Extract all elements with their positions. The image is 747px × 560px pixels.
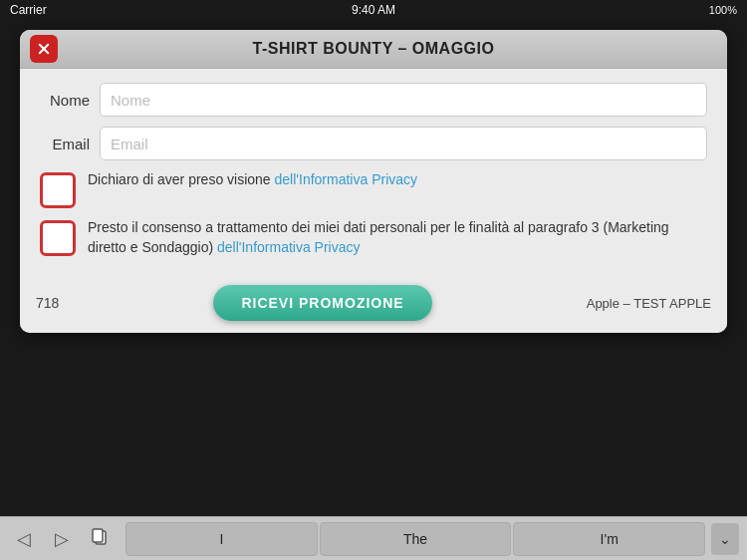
copy-button[interactable] xyxy=(84,523,116,555)
modal-footer: 718 RICEVI PROMOZIONE Apple – TEST APPLE xyxy=(20,279,727,333)
suggestion-1[interactable]: The xyxy=(320,522,512,556)
close-button[interactable] xyxy=(30,35,58,63)
checkbox-1[interactable] xyxy=(40,172,76,208)
checkbox-row-1: Dichiaro di aver preso visione dell'Info… xyxy=(40,170,707,208)
checkbox-2-text: Presto il consenso a trattamento dei mie… xyxy=(88,218,707,257)
svg-rect-1 xyxy=(93,529,103,542)
bottom-toolbar: ◁ ▷ I The I'm ⌄ xyxy=(0,516,747,560)
email-input[interactable] xyxy=(100,127,707,160)
checkbox-1-text: Dichiaro di aver preso visione dell'Info… xyxy=(88,170,707,190)
user-info: Apple – TEST APPLE xyxy=(587,296,711,311)
checkbox-row-2: Presto il consenso a trattamento dei mie… xyxy=(40,218,707,257)
back-button[interactable]: ◁ xyxy=(8,523,40,555)
carrier-label: Carrier xyxy=(10,3,47,17)
back-icon: ◁ xyxy=(17,528,31,550)
nome-input[interactable] xyxy=(100,83,707,117)
forward-button[interactable]: ▷ xyxy=(46,523,78,555)
checkbox-section: Dichiaro di aver preso visione dell'Info… xyxy=(40,170,707,257)
battery-label: 100% xyxy=(709,4,737,16)
checkbox-2[interactable] xyxy=(40,220,76,256)
chevron-down-icon: ⌄ xyxy=(719,531,731,547)
toolbar-nav: ◁ ▷ xyxy=(8,523,116,555)
modal-body: Nome Email Dichiaro di aver preso vision… xyxy=(20,69,727,279)
modal-title: T-SHIRT BOUNTY – OMAGGIO xyxy=(253,40,495,57)
nome-row: Nome xyxy=(40,83,707,117)
modal-overlay: T-SHIRT BOUNTY – OMAGGIO Nome Email Dich… xyxy=(0,20,747,516)
forward-icon: ▷ xyxy=(55,528,69,550)
toolbar-suggestions: I The I'm xyxy=(125,522,705,556)
record-count: 718 xyxy=(36,295,59,311)
time-label: 9:40 AM xyxy=(352,3,395,17)
nome-label: Nome xyxy=(40,92,100,109)
status-bar: Carrier 9:40 AM 100% xyxy=(0,0,747,20)
keyboard-chevron[interactable]: ⌄ xyxy=(711,523,739,555)
modal-header: T-SHIRT BOUNTY – OMAGGIO xyxy=(20,30,727,69)
email-row: Email xyxy=(40,127,707,160)
privacy-link-1[interactable]: dell'Informativa Privacy xyxy=(275,171,418,187)
suggestion-0[interactable]: I xyxy=(125,522,318,556)
privacy-link-2[interactable]: dell'Informativa Privacy xyxy=(217,239,361,255)
promo-button[interactable]: RICEVI PROMOZIONE xyxy=(213,285,431,321)
email-label: Email xyxy=(40,136,100,152)
copy-icon xyxy=(90,527,110,551)
suggestion-2[interactable]: I'm xyxy=(513,522,705,556)
modal-dialog: T-SHIRT BOUNTY – OMAGGIO Nome Email Dich… xyxy=(20,30,727,333)
